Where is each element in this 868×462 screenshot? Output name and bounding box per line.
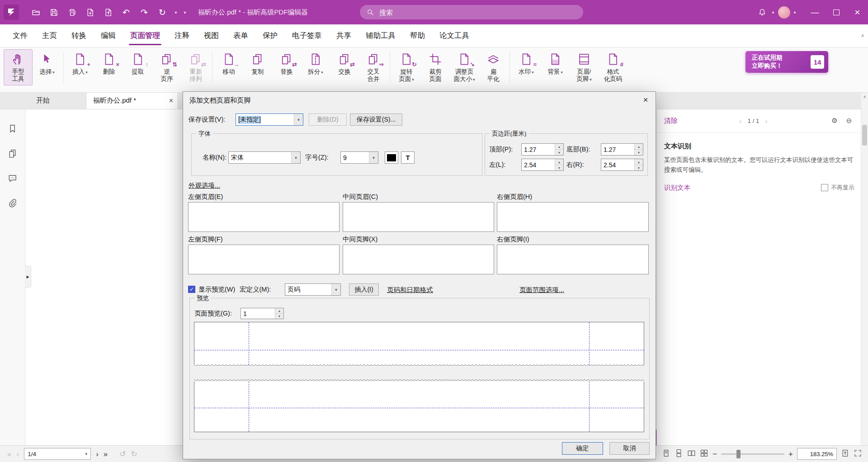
next-view-button[interactable]: ↻ bbox=[131, 450, 137, 458]
continuous-view-button[interactable] bbox=[675, 449, 683, 459]
menu-convert[interactable]: 转换 bbox=[64, 24, 94, 47]
scroll-up-button[interactable]: ∧ bbox=[861, 92, 868, 101]
menu-view[interactable]: 视图 bbox=[197, 24, 226, 47]
delete-pages-button[interactable]: × 删除 bbox=[94, 49, 123, 78]
spin-down-icon[interactable]: ▼ bbox=[275, 313, 283, 319]
resize-pages-button[interactable]: ↘ 调整页 面大小▾ bbox=[450, 49, 479, 85]
redo-button[interactable]: ↷ bbox=[137, 5, 152, 20]
facing-continuous-view-button[interactable] bbox=[700, 449, 708, 459]
user-avatar[interactable] bbox=[776, 5, 792, 20]
margin-top-input[interactable] bbox=[522, 144, 555, 155]
single-page-view-button[interactable] bbox=[662, 449, 670, 459]
appearance-options-link[interactable]: 外观选项... bbox=[189, 181, 220, 189]
crop-pages-button[interactable]: 裁剪 页面 bbox=[421, 49, 450, 85]
macro-select[interactable]: 页码 ▾ bbox=[285, 283, 341, 296]
search-input[interactable] bbox=[378, 8, 577, 17]
tab-close-button[interactable]: × bbox=[169, 97, 173, 104]
page-number-format-link[interactable]: 页码和日期格式 bbox=[387, 286, 433, 294]
spin-down-icon[interactable]: ▼ bbox=[635, 165, 643, 170]
text-format-button[interactable]: T bbox=[401, 151, 415, 164]
chevron-down-icon[interactable]: ▾ bbox=[369, 152, 378, 163]
move-pages-button[interactable]: → 移动 bbox=[214, 49, 243, 78]
page-preview-spinner[interactable]: ▲▼ bbox=[241, 308, 284, 319]
header-left-input[interactable] bbox=[188, 202, 340, 232]
menu-page-management[interactable]: 页面管理 bbox=[123, 24, 167, 47]
menu-home[interactable]: 主页 bbox=[35, 24, 64, 47]
duplicate-pages-button[interactable]: 复制 bbox=[243, 49, 272, 78]
print-button[interactable] bbox=[64, 5, 80, 20]
font-color-button[interactable] bbox=[385, 151, 398, 164]
show-preview-checkbox[interactable]: ✓ bbox=[188, 286, 195, 293]
hand-tool-button[interactable]: 手型 工具 bbox=[4, 49, 33, 85]
menu-form[interactable]: 表单 bbox=[226, 24, 255, 47]
swap-pages-button[interactable]: ⇄ 交换 bbox=[330, 49, 359, 78]
panel-settings-button[interactable]: ⚙ bbox=[829, 117, 840, 125]
last-page-button[interactable]: » bbox=[104, 450, 108, 458]
page-number-select[interactable]: 1/4 ▾ bbox=[24, 448, 91, 460]
margin-right-input[interactable] bbox=[601, 159, 634, 170]
page-preview-input[interactable] bbox=[241, 308, 275, 319]
insert-macro-button[interactable]: 插入(I) bbox=[349, 283, 379, 296]
menu-accessibility[interactable]: 辅助工具 bbox=[359, 24, 403, 47]
maximize-button[interactable] bbox=[826, 0, 847, 24]
zoom-slider-handle[interactable] bbox=[736, 450, 741, 458]
menu-edit[interactable]: 编辑 bbox=[94, 24, 123, 47]
chevron-down-icon[interactable]: ▾ bbox=[331, 284, 340, 295]
minimize-button[interactable]: — bbox=[804, 0, 826, 24]
next-page-button[interactable]: › bbox=[96, 450, 99, 458]
margin-left-input[interactable] bbox=[522, 159, 555, 170]
notifications-dropdown-button[interactable]: ▾ bbox=[770, 10, 776, 15]
fullscreen-button[interactable] bbox=[854, 449, 862, 459]
select-tool-button[interactable]: 选择▾ bbox=[33, 49, 61, 78]
export-document-button[interactable] bbox=[100, 5, 116, 20]
undo-button[interactable]: ↶ bbox=[118, 5, 134, 20]
comments-panel-button[interactable] bbox=[7, 173, 18, 185]
font-name-select[interactable]: 宋体 ▾ bbox=[228, 151, 301, 164]
spin-up-icon[interactable]: ▲ bbox=[635, 144, 643, 149]
page-range-options-link[interactable]: 页面范围选项... bbox=[519, 286, 564, 294]
dont-show-option[interactable]: 不再显示 bbox=[821, 184, 854, 192]
interleave-merge-button[interactable]: ⇒ 交叉 合并 bbox=[359, 49, 388, 85]
menu-comment[interactable]: 注释 bbox=[167, 24, 197, 47]
dont-show-checkbox[interactable] bbox=[821, 184, 828, 191]
clear-button[interactable]: 清除 bbox=[664, 117, 678, 125]
prev-page-button[interactable]: ‹ bbox=[16, 450, 19, 458]
ok-button[interactable]: 确定 bbox=[562, 442, 603, 455]
dialog-close-button[interactable]: × bbox=[638, 94, 653, 106]
header-center-input[interactable] bbox=[343, 202, 494, 232]
menu-protect[interactable]: 保护 bbox=[255, 24, 285, 47]
footer-center-input[interactable] bbox=[343, 245, 494, 274]
first-page-button[interactable]: « bbox=[7, 450, 11, 458]
attachments-panel-button[interactable] bbox=[7, 198, 18, 210]
panel-prev-page-button[interactable]: ‹ bbox=[737, 117, 744, 125]
background-button[interactable]: 背景▾ bbox=[541, 49, 570, 78]
fit-page-button[interactable] bbox=[841, 449, 849, 459]
save-button[interactable] bbox=[46, 5, 61, 20]
menu-share[interactable]: 共享 bbox=[329, 24, 359, 47]
customize-toolbar-button[interactable]: ▾ bbox=[182, 10, 188, 15]
zoom-in-button[interactable]: + bbox=[788, 450, 793, 458]
reverse-page-order-button[interactable]: ⇅ 逆 页序 bbox=[152, 49, 181, 85]
vertical-scrollbar[interactable]: ∧ bbox=[861, 92, 868, 446]
collapse-ribbon-button[interactable]: ∧ bbox=[859, 33, 866, 38]
save-settings-button[interactable]: 保存设置(S)... bbox=[350, 113, 402, 126]
font-size-select[interactable]: 9 ▾ bbox=[340, 151, 378, 164]
zoom-slider[interactable] bbox=[721, 453, 784, 455]
spin-down-icon[interactable]: ▼ bbox=[555, 165, 563, 170]
panel-collapse-button[interactable]: ⊖ bbox=[844, 117, 854, 125]
zoom-out-button[interactable]: − bbox=[712, 450, 717, 458]
spin-down-icon[interactable]: ▼ bbox=[635, 149, 643, 155]
open-file-button[interactable] bbox=[28, 5, 43, 20]
spin-up-icon[interactable]: ▲ bbox=[275, 308, 283, 313]
margin-right-spinner[interactable]: ▲▼ bbox=[601, 159, 643, 171]
replace-pages-button[interactable]: ⇄ 替换 bbox=[272, 49, 301, 78]
header-right-input[interactable] bbox=[497, 202, 649, 232]
spin-up-icon[interactable]: ▲ bbox=[555, 159, 563, 165]
margin-bottom-spinner[interactable]: ▲▼ bbox=[601, 143, 643, 156]
chevron-down-icon[interactable]: ▾ bbox=[294, 114, 303, 125]
panel-next-page-button[interactable]: › bbox=[763, 117, 770, 125]
spin-up-icon[interactable]: ▲ bbox=[635, 159, 643, 165]
buy-now-button[interactable]: 正在试用期 立即购买！ 14 bbox=[745, 51, 828, 73]
sidebar-expand-handle[interactable]: ▶ bbox=[25, 266, 31, 288]
account-dropdown-button[interactable]: ▾ bbox=[792, 10, 798, 15]
